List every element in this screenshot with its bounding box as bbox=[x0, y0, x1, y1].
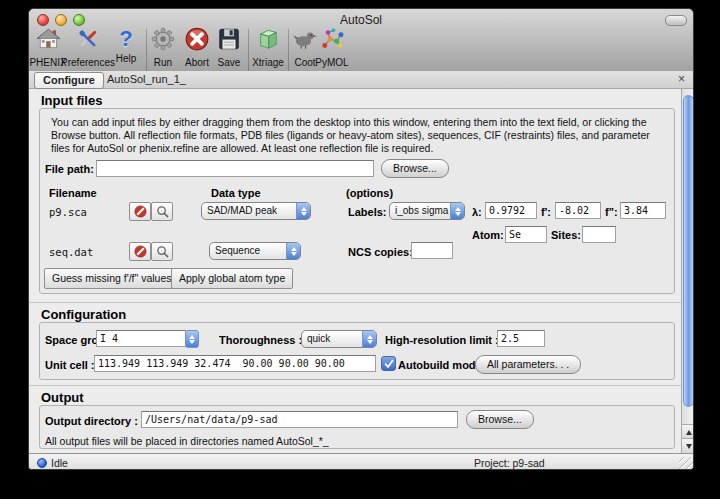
toolbar-abort-button[interactable]: Abort bbox=[184, 26, 210, 68]
labels-label: Labels: bbox=[348, 206, 387, 218]
magnifier-icon bbox=[156, 245, 169, 258]
preview-file-button[interactable] bbox=[151, 202, 173, 221]
toolbar-separator bbox=[248, 29, 249, 73]
output-browse-button[interactable]: Browse... bbox=[466, 410, 534, 429]
magnifier-icon bbox=[156, 205, 169, 218]
toolbar-label: Help bbox=[113, 53, 139, 64]
preferences-tools-icon bbox=[75, 26, 101, 52]
toolbar-pymol-button[interactable]: PyMOL bbox=[315, 26, 348, 68]
filename-p9sca: p9.sca bbox=[49, 206, 87, 218]
fprime-input[interactable] bbox=[555, 202, 601, 219]
scrollbar-thumb[interactable] bbox=[683, 95, 694, 407]
combo-stepper-icon bbox=[286, 243, 300, 259]
output-directory-input[interactable] bbox=[141, 411, 458, 428]
toolbar-label: Abort bbox=[184, 57, 210, 68]
autobuild-checkbox[interactable] bbox=[381, 356, 396, 371]
output-note: All output files will be placed in direc… bbox=[45, 435, 329, 447]
data-type-select-seqdat[interactable]: Sequence bbox=[209, 242, 301, 260]
thoroughness-label: Thoroughness : bbox=[219, 334, 302, 346]
status-text: Idle bbox=[51, 457, 68, 469]
lambda-input[interactable] bbox=[485, 202, 537, 219]
thoroughness-select[interactable]: quick bbox=[301, 330, 377, 348]
fdoubleprime-input[interactable] bbox=[620, 202, 666, 219]
configure-panel: Input files You can add input files by e… bbox=[29, 89, 693, 453]
autobuild-label: Autobuild model bbox=[398, 359, 485, 371]
toolbar-save-button[interactable]: Save bbox=[216, 26, 242, 68]
autosol-window: AutoSol PHENIX bbox=[28, 8, 694, 470]
space-group-input[interactable] bbox=[96, 330, 186, 347]
delete-icon bbox=[134, 245, 147, 258]
toolbar-coot-button[interactable]: Coot bbox=[292, 26, 318, 68]
labels-select[interactable]: i_obs sigma bbox=[389, 202, 465, 220]
space-group-stepper[interactable] bbox=[185, 330, 199, 348]
tab-autosol-run[interactable]: AutoSol_run_1_ bbox=[99, 72, 194, 87]
input-files-heading: Input files bbox=[41, 93, 102, 108]
selected-thoroughness: quick bbox=[302, 331, 362, 347]
status-bar: Idle Project: p9-sad bbox=[29, 453, 693, 470]
data-type-select-p9sca[interactable]: SAD/MAD peak bbox=[201, 202, 311, 220]
scroll-up-button[interactable] bbox=[682, 424, 694, 439]
tab-configure[interactable]: Configure bbox=[34, 72, 104, 89]
tab-bar: Configure AutoSol_run_1_ × bbox=[29, 71, 693, 89]
remove-file-button[interactable] bbox=[129, 202, 151, 221]
filename-seqdat: seq.dat bbox=[49, 246, 93, 258]
vertical-scrollbar[interactable] bbox=[681, 89, 694, 453]
checkmark-icon bbox=[384, 359, 394, 369]
fprime-label: f': bbox=[541, 206, 551, 218]
configuration-heading: Configuration bbox=[41, 307, 126, 322]
file-path-input[interactable] bbox=[96, 160, 374, 177]
column-header-filename: Filename bbox=[49, 187, 97, 199]
toolbar-label: Run bbox=[150, 57, 176, 68]
toolbar-run-button[interactable]: Run bbox=[150, 26, 176, 68]
window-chrome: AutoSol PHENIX bbox=[29, 9, 693, 72]
project-label: Project: p9-sad bbox=[474, 457, 545, 469]
toolbar-help-button[interactable]: ? Help bbox=[113, 26, 139, 64]
coot-bird-icon bbox=[292, 26, 318, 52]
section-divider bbox=[29, 385, 681, 386]
atom-input[interactable] bbox=[505, 226, 547, 243]
all-parameters-button[interactable]: All parameters. . . bbox=[475, 355, 581, 374]
delete-icon bbox=[134, 205, 147, 218]
tab-close-icon[interactable]: × bbox=[678, 72, 685, 87]
arrow-down-icon bbox=[686, 444, 692, 449]
combo-stepper-icon bbox=[362, 331, 376, 347]
sites-input[interactable] bbox=[582, 226, 616, 243]
combo-stepper-icon bbox=[296, 203, 310, 219]
file-path-browse-button[interactable]: Browse... bbox=[381, 159, 449, 178]
toolbar-label: PyMOL bbox=[315, 57, 348, 68]
section-divider bbox=[29, 302, 681, 303]
hires-limit-label: High-resolution limit : bbox=[385, 334, 499, 346]
help-question-icon: ? bbox=[113, 26, 139, 52]
combo-stepper-icon bbox=[450, 203, 464, 219]
output-heading: Output bbox=[41, 390, 84, 405]
xtriage-crystal-icon bbox=[255, 26, 281, 52]
toolbar-preferences-button[interactable]: Preferences bbox=[61, 26, 115, 68]
resize-grip[interactable] bbox=[679, 457, 693, 470]
arrow-up-icon bbox=[686, 430, 692, 435]
status-dot-icon bbox=[37, 458, 47, 468]
input-files-description: You can add input files by either draggi… bbox=[51, 116, 659, 155]
hires-limit-input[interactable] bbox=[497, 330, 545, 347]
atom-label: Atom: bbox=[472, 229, 504, 241]
selected-data-type: Sequence bbox=[210, 243, 286, 259]
output-directory-label: Output directory : bbox=[45, 415, 138, 427]
ncs-copies-input[interactable] bbox=[411, 242, 453, 259]
preview-file-button[interactable] bbox=[151, 242, 173, 261]
sites-label: Sites: bbox=[551, 229, 581, 241]
pymol-molecule-icon bbox=[319, 26, 345, 52]
unit-cell-input[interactable] bbox=[94, 355, 376, 372]
lambda-label: λ: bbox=[472, 206, 482, 218]
apply-atom-type-button[interactable]: Apply global atom type bbox=[171, 268, 293, 289]
toolbar-label: Save bbox=[216, 57, 242, 68]
guess-fprime-button[interactable]: Guess missing f'/f" values bbox=[44, 268, 180, 289]
toolbar-xtriage-button[interactable]: Xtriage bbox=[252, 26, 284, 68]
column-header-data-type: Data type bbox=[211, 187, 261, 199]
remove-file-button[interactable] bbox=[129, 242, 151, 261]
selected-data-type: SAD/MAD peak bbox=[202, 203, 296, 219]
toolbar-separator bbox=[288, 29, 289, 73]
toolbar-label: Preferences bbox=[61, 57, 115, 68]
save-floppy-icon bbox=[216, 26, 242, 52]
scroll-down-button[interactable] bbox=[682, 438, 694, 453]
run-gear-icon bbox=[150, 26, 176, 52]
abort-stop-icon bbox=[184, 26, 210, 52]
